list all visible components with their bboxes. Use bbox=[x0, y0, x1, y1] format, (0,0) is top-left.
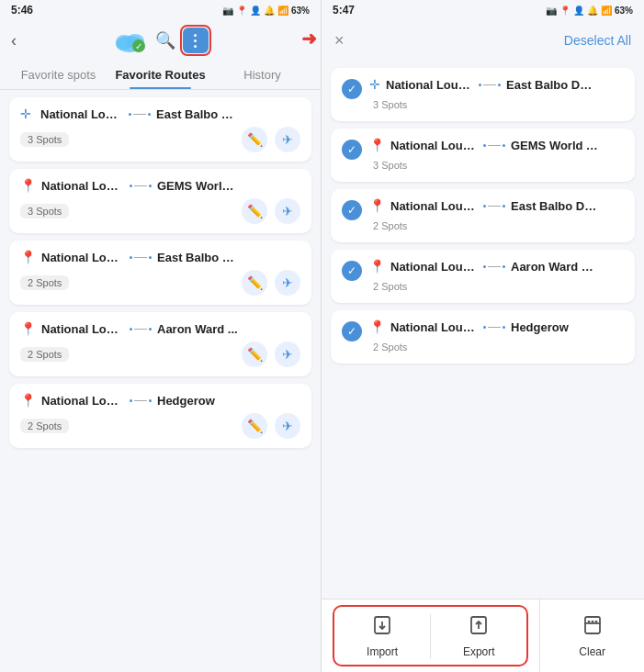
route-connector-5 bbox=[130, 399, 152, 402]
right-from-1: National Louis U... bbox=[386, 78, 473, 92]
left-route-card-2[interactable]: 📍 National Loui... GEMS World ... 3 Spot… bbox=[9, 169, 311, 233]
check-circle-1: ✓ bbox=[342, 79, 362, 99]
red-arrow-indicator: ➜ bbox=[301, 28, 317, 50]
right-start-icon-5: 📍 bbox=[369, 319, 385, 334]
export-button[interactable]: Export bbox=[431, 614, 526, 658]
right-route-card-1[interactable]: ✓ ✛ National Louis U... East Balbo Drive… bbox=[331, 68, 635, 121]
edit-button-3[interactable]: ✏️ bbox=[242, 270, 267, 296]
tab-favorite-routes[interactable]: Favorite Routes bbox=[109, 61, 211, 89]
right-start-icon-4: 📍 bbox=[369, 259, 385, 274]
action-icons-3: ✏️ ✈ bbox=[242, 270, 300, 296]
right-conn-2 bbox=[483, 144, 505, 147]
export-icon bbox=[468, 614, 490, 642]
right-status-bar: 5:47 📷 📍 👤 🔔 📶 63% bbox=[322, 0, 644, 20]
left-route-card-3[interactable]: 📍 National Loui... East Balbo Dri... 2 S… bbox=[9, 241, 311, 305]
share-button-3[interactable]: ✈ bbox=[275, 270, 300, 296]
cloud-sync-icon: ✓ bbox=[113, 28, 148, 53]
right-wifi-icon: 📶 bbox=[601, 6, 612, 16]
right-conn-3 bbox=[483, 205, 505, 207]
import-button[interactable]: Import bbox=[334, 614, 431, 658]
right-from-2: National Louis U... bbox=[390, 139, 478, 152]
right-battery-text: 63% bbox=[615, 6, 633, 16]
left-route-card-5[interactable]: 📍 National Loui... Hedgerow 2 Spots ✏️ ✈ bbox=[9, 384, 311, 448]
share-button-5[interactable]: ✈ bbox=[275, 413, 300, 439]
route-from-2: National Loui... bbox=[41, 179, 124, 193]
spots-badge-2: 3 Spots bbox=[20, 204, 69, 218]
route-start-icon-2: 📍 bbox=[20, 178, 36, 193]
right-route-card-5[interactable]: ✓ 📍 National Louis U... Hedgerow 2 Spots bbox=[331, 310, 635, 364]
camera-icon: 📷 bbox=[222, 6, 233, 16]
route-start-icon-3: 📍 bbox=[20, 250, 36, 264]
svg-rect-9 bbox=[585, 617, 600, 633]
tabs-bar: Favorite spots Favorite Routes History bbox=[0, 61, 321, 90]
dot3 bbox=[194, 45, 197, 48]
share-button-2[interactable]: ✈ bbox=[275, 198, 300, 224]
route-connector-1 bbox=[129, 113, 151, 116]
action-icons-1: ✏️ ✈ bbox=[242, 127, 300, 152]
edit-button-5[interactable]: ✏️ bbox=[242, 413, 267, 439]
right-route-info-5: 📍 National Louis U... Hedgerow 2 Spots bbox=[369, 319, 624, 354]
right-route-card-4[interactable]: ✓ 📍 National Louis U... Aaron Ward Mon..… bbox=[331, 250, 635, 303]
right-start-icon-2: 📍 bbox=[369, 138, 385, 152]
left-route-card-1[interactable]: ✛ National Loui... East Balbo Dri... 3 S… bbox=[9, 97, 311, 162]
right-camera-icon: 📷 bbox=[546, 6, 557, 16]
right-route-info-2: 📍 National Louis U... GEMS World Aca... … bbox=[369, 138, 624, 173]
right-route-card-3[interactable]: ✓ 📍 National Louis U... East Balbo Drive… bbox=[331, 189, 635, 242]
action-icons-4: ✏️ ✈ bbox=[242, 342, 300, 367]
left-time: 5:46 bbox=[11, 4, 33, 17]
right-route-info-3: 📍 National Louis U... East Balbo Drive 2… bbox=[369, 198, 624, 233]
deselect-all-button[interactable]: Deselect All bbox=[564, 33, 631, 48]
check-circle-3: ✓ bbox=[342, 200, 362, 220]
import-label: Import bbox=[367, 645, 398, 658]
right-start-icon-1: ✛ bbox=[369, 77, 380, 92]
battery-text: 63% bbox=[291, 6, 310, 16]
right-spots-3: 2 Spots bbox=[373, 220, 407, 231]
route-to-1: East Balbo Dri... bbox=[156, 107, 239, 121]
right-signal-icon: 🔔 bbox=[587, 6, 598, 16]
right-from-4: National Louis U... bbox=[390, 260, 478, 274]
spots-badge-5: 2 Spots bbox=[20, 419, 69, 433]
svg-text:✓: ✓ bbox=[135, 41, 142, 51]
right-to-2: GEMS World Aca... bbox=[511, 139, 598, 152]
left-status-bar: 5:46 📷 📍 👤 🔔 📶 63% bbox=[0, 0, 321, 20]
right-header: × Deselect All bbox=[322, 20, 644, 61]
back-button[interactable]: ‹ bbox=[11, 31, 17, 50]
share-button-4[interactable]: ✈ bbox=[275, 342, 300, 367]
search-button[interactable]: 🔍 bbox=[155, 30, 175, 50]
check-circle-5: ✓ bbox=[342, 321, 362, 342]
bottom-action-bar: Import Export bbox=[322, 599, 644, 672]
header-icons: ✓ 🔍 bbox=[113, 28, 209, 53]
left-route-card-4[interactable]: 📍 National Loui... Aaron Ward ... 2 Spot… bbox=[9, 312, 311, 376]
right-route-info-1: ✛ National Louis U... East Balbo Drive 3… bbox=[369, 77, 624, 112]
edit-button-1[interactable]: ✏️ bbox=[242, 127, 267, 152]
edit-button-4[interactable]: ✏️ bbox=[242, 342, 267, 367]
more-options-button[interactable] bbox=[183, 28, 209, 53]
location-icon: 📍 bbox=[236, 6, 247, 16]
import-export-container: Import Export bbox=[333, 605, 528, 666]
left-panel: 5:46 📷 📍 👤 🔔 📶 63% ‹ ✓ 🔍 bbox=[0, 0, 322, 672]
right-to-5: Hedgerow bbox=[511, 320, 569, 334]
route-to-2: GEMS World ... bbox=[157, 179, 240, 193]
right-to-1: East Balbo Drive bbox=[506, 78, 593, 92]
right-conn-4 bbox=[483, 265, 505, 268]
action-icons-5: ✏️ ✈ bbox=[242, 413, 300, 439]
tab-favorite-spots[interactable]: Favorite spots bbox=[7, 61, 109, 89]
right-panel: 5:47 📷 📍 👤 🔔 📶 63% × Deselect All ✓ ✛ Na… bbox=[322, 0, 644, 672]
clear-button[interactable]: Clear bbox=[539, 599, 644, 672]
tab-history[interactable]: History bbox=[211, 61, 313, 89]
clear-label: Clear bbox=[579, 645, 605, 658]
close-button[interactable]: × bbox=[334, 31, 345, 50]
route-start-icon-1: ✛ bbox=[20, 106, 35, 121]
export-label: Export bbox=[463, 645, 495, 658]
right-start-icon-3: 📍 bbox=[369, 198, 385, 213]
right-conn-5 bbox=[483, 326, 505, 329]
route-to-5: Hedgerow bbox=[157, 394, 215, 408]
route-connector-3 bbox=[130, 256, 152, 259]
share-button-1[interactable]: ✈ bbox=[275, 127, 300, 152]
right-route-card-2[interactable]: ✓ 📍 National Louis U... GEMS World Aca..… bbox=[331, 129, 635, 182]
edit-button-2[interactable]: ✏️ bbox=[242, 198, 267, 224]
right-status-icons: 📷 📍 👤 🔔 📶 63% bbox=[546, 6, 633, 16]
right-spots-2: 3 Spots bbox=[373, 160, 407, 171]
clear-icon bbox=[582, 614, 604, 642]
route-to-4: Aaron Ward ... bbox=[157, 322, 238, 336]
